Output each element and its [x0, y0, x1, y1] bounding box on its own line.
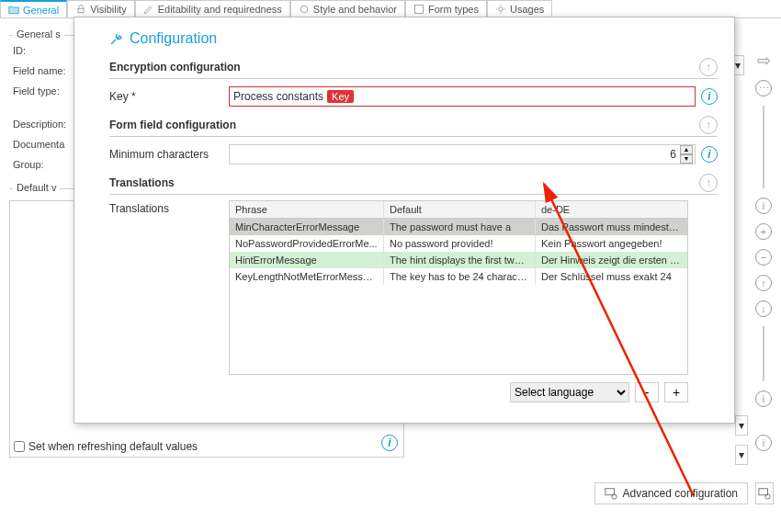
key-label: Key * [109, 90, 229, 103]
col-de[interactable]: de-DE [536, 201, 687, 218]
section-formfield-title: Form field configuration [109, 119, 236, 131]
minus-icon[interactable]: − [755, 249, 772, 266]
info-icon[interactable]: i [755, 391, 772, 407]
collapse-icon[interactable]: ↑ [699, 58, 718, 76]
tab-style[interactable]: Style and behavior [290, 0, 405, 17]
tools-icon [109, 31, 124, 46]
table-row[interactable]: KeyLengthNotMetErrorMessage The key has … [230, 268, 687, 285]
lock-icon [75, 4, 86, 15]
section-translations-title: Translations [109, 176, 175, 189]
min-chars-label: Minimum characters [109, 148, 229, 161]
translations-label: Translations [109, 202, 229, 215]
tab-label: Form types [428, 4, 479, 15]
add-language-button[interactable]: + [664, 382, 688, 402]
gear-icon [495, 4, 506, 15]
info-icon[interactable]: i [701, 146, 718, 163]
dropdown-stub[interactable]: ▾ [735, 415, 748, 436]
info-icon[interactable]: i [755, 435, 772, 451]
configuration-panel: Configuration Encryption configuration ↑… [74, 17, 735, 424]
col-phrase[interactable]: Phrase [230, 201, 384, 218]
remove-language-button[interactable]: - [635, 382, 659, 402]
arrow-down-icon[interactable]: ↓ [755, 300, 772, 317]
min-chars-input[interactable]: 6 ▲ ▼ [229, 144, 696, 164]
translations-table: Phrase Default de-DE MinCharacterErrorMe… [229, 200, 688, 375]
info-icon[interactable]: i [755, 198, 772, 214]
svg-rect-6 [759, 489, 768, 495]
folder-icon [8, 5, 19, 16]
collapse-icon[interactable]: ↑ [699, 174, 718, 192]
tab-label: General [23, 5, 59, 16]
svg-rect-4 [605, 489, 614, 495]
arrow-up-icon[interactable]: ↑ [755, 275, 772, 291]
table-row[interactable]: HintErrorMessage The hint displays the f… [230, 252, 687, 268]
key-value-prefix: Process constants [233, 90, 323, 103]
advanced-configuration-button[interactable]: Advanced configuration [594, 482, 748, 504]
spin-up-button[interactable]: ▲ [680, 145, 693, 154]
tab-formtypes[interactable]: Form types [405, 0, 487, 17]
svg-rect-2 [414, 6, 423, 14]
select-language[interactable]: Select language [510, 382, 629, 402]
tab-usages[interactable]: Usages [487, 0, 552, 17]
collapse-icon[interactable]: ↑ [699, 116, 718, 134]
tab-editability[interactable]: Editability and requiredness [135, 0, 290, 17]
tab-label: Usages [510, 4, 544, 15]
key-badge: Key [327, 90, 354, 103]
dropdown-stub[interactable]: ▾ [735, 445, 748, 465]
tab-label: Visibility [90, 4, 127, 15]
checkbox-set-refresh[interactable] [14, 441, 25, 452]
checkbox-set-refresh-label: Set when refreshing default values [28, 440, 198, 453]
form-icon [413, 4, 424, 15]
tab-general[interactable]: General [0, 0, 67, 17]
advanced-configuration-label: Advanced configuration [623, 487, 738, 500]
svg-point-1 [300, 6, 308, 13]
table-row[interactable]: MinCharacterErrorMessage The password mu… [230, 219, 687, 235]
gear-icon [758, 487, 771, 500]
tab-visibility[interactable]: Visibility [67, 0, 135, 17]
key-input[interactable]: Process constants Key [229, 86, 696, 107]
more-icon[interactable]: ⋯ [755, 80, 772, 96]
svg-rect-0 [78, 8, 84, 13]
spin-down-button[interactable]: ▼ [680, 154, 693, 164]
svg-point-3 [499, 7, 504, 12]
info-icon[interactable]: i [381, 435, 398, 451]
info-icon[interactable]: i [701, 88, 718, 105]
col-default[interactable]: Default [384, 201, 536, 218]
group-general-label: General s [13, 28, 64, 40]
panel-title: Configuration [109, 30, 718, 47]
gear-icon [605, 487, 617, 500]
pencil-icon [143, 4, 154, 15]
plus-icon[interactable]: + [755, 223, 772, 240]
table-row[interactable]: NoPasswordProvidedErrorMe... No password… [230, 235, 687, 252]
palette-icon [299, 4, 310, 15]
arrow-right-icon[interactable]: ⇨ [757, 51, 771, 71]
min-chars-value: 6 [666, 148, 680, 161]
advanced-side-button[interactable] [755, 482, 774, 504]
tab-label: Style and behavior [313, 4, 397, 15]
section-encryption-title: Encryption configuration [109, 61, 241, 74]
group-default-label: Default v [13, 182, 60, 193]
tab-label: Editability and requiredness [158, 4, 282, 15]
